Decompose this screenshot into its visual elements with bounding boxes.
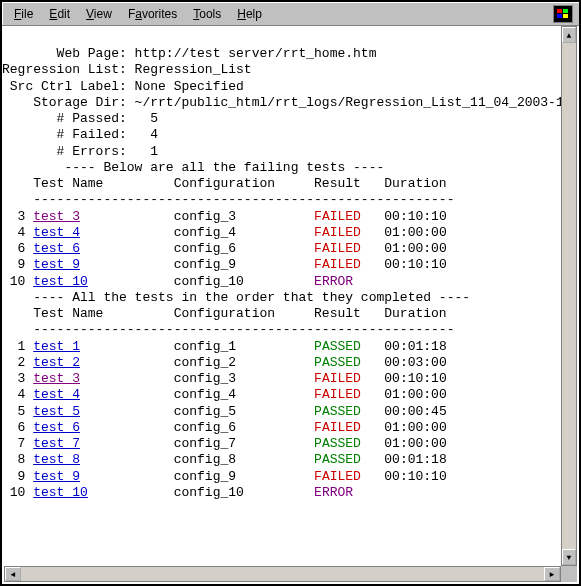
result-value: FAILED bbox=[314, 225, 384, 240]
text-line: 2 test_2 config_2 PASSED 00:03:00 bbox=[2, 355, 561, 371]
result-value: FAILED bbox=[314, 209, 384, 224]
menu-view[interactable]: View bbox=[78, 5, 120, 23]
test-link[interactable]: test_9 bbox=[33, 257, 80, 272]
text-line: 7 test_7 config_7 PASSED 01:00:00 bbox=[2, 436, 561, 452]
test-link[interactable]: test_10 bbox=[33, 485, 88, 500]
text-line: Storage Dir: ~/rrt/public_html/rrt_logs/… bbox=[2, 95, 561, 111]
text-line: Regression List: Regression_List bbox=[2, 62, 561, 78]
menu-edit[interactable]: Edit bbox=[41, 5, 78, 23]
scroll-left-icon[interactable]: ◄ bbox=[5, 567, 21, 581]
test-link[interactable]: test_2 bbox=[33, 355, 80, 370]
page-content: Web Page: http://test server/rrt_home.ht… bbox=[2, 26, 561, 566]
windows-logo-icon bbox=[553, 5, 573, 23]
text-line: ----------------------------------------… bbox=[2, 322, 561, 338]
text-line: 3 test_3 config_3 FAILED 00:10:10 bbox=[2, 209, 561, 225]
test-link[interactable]: test_6 bbox=[33, 241, 80, 256]
text-line: 6 test_6 config_6 FAILED 01:00:00 bbox=[2, 241, 561, 257]
text-line: 1 test_1 config_1 PASSED 00:01:18 bbox=[2, 339, 561, 355]
test-link[interactable]: test_9 bbox=[33, 469, 80, 484]
test-link[interactable]: test_3 bbox=[33, 209, 80, 224]
menu-tools[interactable]: Tools bbox=[185, 5, 229, 23]
text-line: 9 test_9 config_9 FAILED 00:10:10 bbox=[2, 469, 561, 485]
text-line: # Errors: 1 bbox=[2, 144, 561, 160]
svg-rect-3 bbox=[563, 14, 568, 18]
text-line: 8 test_8 config_8 PASSED 00:01:18 bbox=[2, 452, 561, 468]
text-line: 4 test_4 config_4 FAILED 01:00:00 bbox=[2, 387, 561, 403]
scroll-down-icon[interactable]: ▼ bbox=[562, 549, 576, 565]
text-line: # Failed: 4 bbox=[2, 127, 561, 143]
text-line: 9 test_9 config_9 FAILED 00:10:10 bbox=[2, 257, 561, 273]
text-line: 3 test_3 config_3 FAILED 00:10:10 bbox=[2, 371, 561, 387]
result-value: PASSED bbox=[314, 436, 384, 451]
text-line: 4 test_4 config_4 FAILED 01:00:00 bbox=[2, 225, 561, 241]
test-link[interactable]: test_5 bbox=[33, 404, 80, 419]
test-link[interactable]: test_1 bbox=[33, 339, 80, 354]
result-value: FAILED bbox=[314, 371, 384, 386]
result-value: FAILED bbox=[314, 387, 384, 402]
svg-rect-2 bbox=[557, 14, 562, 18]
menu-file[interactable]: File bbox=[6, 5, 41, 23]
text-line: 6 test_6 config_6 FAILED 01:00:00 bbox=[2, 420, 561, 436]
text-line: # Passed: 5 bbox=[2, 111, 561, 127]
result-value: FAILED bbox=[314, 241, 384, 256]
text-line: Src Ctrl Label: None Specified bbox=[2, 79, 561, 95]
text-line: Test Name Configuration Result Duration bbox=[2, 306, 561, 322]
result-value: PASSED bbox=[314, 452, 384, 467]
vertical-scrollbar[interactable]: ▲ ▼ bbox=[561, 26, 577, 566]
menu-help[interactable]: Help bbox=[229, 5, 270, 23]
menu-bar: File Edit View Favorites Tools Help bbox=[2, 2, 579, 26]
test-link[interactable]: test_6 bbox=[33, 420, 80, 435]
svg-rect-0 bbox=[557, 9, 562, 13]
result-value: PASSED bbox=[314, 339, 384, 354]
test-link[interactable]: test_4 bbox=[33, 387, 80, 402]
menu-favorites[interactable]: Favorites bbox=[120, 5, 185, 23]
test-link[interactable]: test_4 bbox=[33, 225, 80, 240]
test-link[interactable]: test_7 bbox=[33, 436, 80, 451]
svg-rect-1 bbox=[563, 9, 568, 13]
scroll-up-icon[interactable]: ▲ bbox=[562, 27, 576, 43]
result-value: FAILED bbox=[314, 420, 384, 435]
result-value: ERROR bbox=[314, 485, 384, 500]
text-line: ----------------------------------------… bbox=[2, 192, 561, 208]
text-line: Test Name Configuration Result Duration bbox=[2, 176, 561, 192]
result-value: PASSED bbox=[314, 355, 384, 370]
test-link[interactable]: test_8 bbox=[33, 452, 80, 467]
result-value: PASSED bbox=[314, 404, 384, 419]
text-line: 5 test_5 config_5 PASSED 00:00:45 bbox=[2, 404, 561, 420]
text-line: 10 test_10 config_10 ERROR bbox=[2, 274, 561, 290]
test-link[interactable]: test_3 bbox=[33, 371, 80, 386]
result-value: FAILED bbox=[314, 469, 384, 484]
scroll-corner bbox=[561, 566, 577, 582]
result-value: FAILED bbox=[314, 257, 384, 272]
test-link[interactable]: test_10 bbox=[33, 274, 88, 289]
text-line: 10 test_10 config_10 ERROR bbox=[2, 485, 561, 501]
text-line: Web Page: http://test server/rrt_home.ht… bbox=[2, 46, 561, 62]
scroll-right-icon[interactable]: ► bbox=[544, 567, 560, 581]
text-line: ---- Below are all the failing tests ---… bbox=[2, 160, 561, 176]
horizontal-scrollbar[interactable]: ◄ ► bbox=[4, 566, 561, 582]
text-line: ---- All the tests in the order that the… bbox=[2, 290, 561, 306]
result-value: ERROR bbox=[314, 274, 384, 289]
